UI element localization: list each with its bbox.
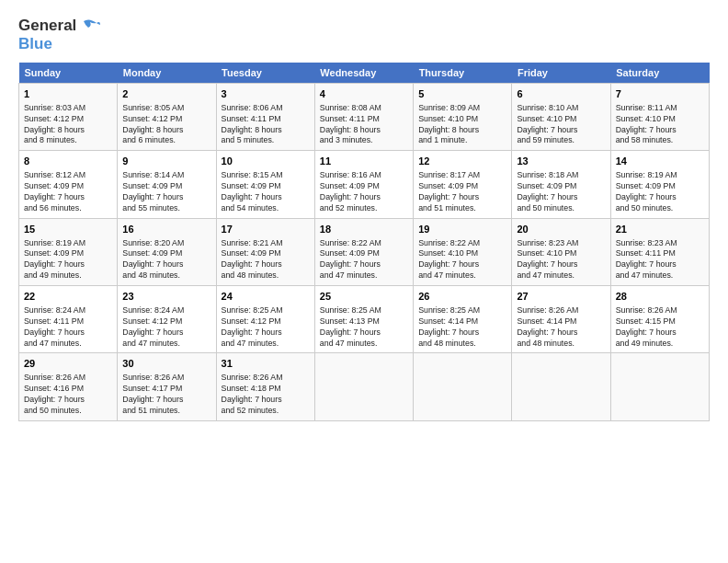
logo: General Blue — [18, 17, 100, 53]
day-number: 26 — [418, 290, 506, 304]
calendar-cell: 16Sunrise: 8:20 AM Sunset: 4:09 PM Dayli… — [118, 218, 216, 285]
day-number: 19 — [418, 223, 506, 236]
calendar-cell — [414, 353, 512, 420]
day-info: Sunrise: 8:11 AM Sunset: 4:10 PM Dayligh… — [616, 103, 704, 147]
day-number: 27 — [517, 290, 605, 304]
day-info: Sunrise: 8:24 AM Sunset: 4:11 PM Dayligh… — [24, 305, 112, 350]
day-number: 23 — [122, 290, 210, 304]
day-info: Sunrise: 8:18 AM Sunset: 4:09 PM Dayligh… — [517, 170, 605, 214]
day-info: Sunrise: 8:25 AM Sunset: 4:12 PM Dayligh… — [222, 305, 310, 350]
day-info: Sunrise: 8:24 AM Sunset: 4:12 PM Dayligh… — [122, 305, 210, 350]
day-info: Sunrise: 8:15 AM Sunset: 4:09 PM Dayligh… — [222, 170, 310, 214]
calendar-cell: 1Sunrise: 8:03 AM Sunset: 4:12 PM Daylig… — [19, 84, 118, 151]
calendar-cell: 15Sunrise: 8:19 AM Sunset: 4:09 PM Dayli… — [19, 218, 118, 285]
day-number: 16 — [122, 223, 210, 236]
day-info: Sunrise: 8:19 AM Sunset: 4:09 PM Dayligh… — [24, 238, 112, 282]
day-number: 1 — [24, 87, 112, 101]
calendar-cell: 28Sunrise: 8:26 AM Sunset: 4:15 PM Dayli… — [610, 286, 709, 353]
day-info: Sunrise: 8:26 AM Sunset: 4:18 PM Dayligh… — [222, 373, 310, 417]
day-number: 31 — [222, 357, 310, 371]
day-number: 13 — [517, 155, 605, 168]
calendar-cell: 7Sunrise: 8:11 AM Sunset: 4:10 PM Daylig… — [610, 84, 709, 151]
calendar-cell — [314, 353, 413, 420]
day-number: 30 — [122, 357, 210, 371]
day-info: Sunrise: 8:17 AM Sunset: 4:09 PM Dayligh… — [418, 170, 506, 214]
calendar-cell: 31Sunrise: 8:26 AM Sunset: 4:18 PM Dayli… — [216, 353, 314, 420]
weekday-header-sunday: Sunday — [19, 63, 118, 84]
calendar-cell: 22Sunrise: 8:24 AM Sunset: 4:11 PM Dayli… — [19, 286, 118, 353]
day-number: 14 — [616, 155, 704, 168]
day-info: Sunrise: 8:25 AM Sunset: 4:13 PM Dayligh… — [320, 305, 408, 350]
day-number: 8 — [24, 155, 112, 168]
weekday-header-saturday: Saturday — [610, 63, 709, 84]
day-number: 21 — [616, 223, 704, 236]
day-info: Sunrise: 8:22 AM Sunset: 4:09 PM Dayligh… — [320, 238, 408, 282]
calendar-week-row: 22Sunrise: 8:24 AM Sunset: 4:11 PM Dayli… — [19, 286, 710, 353]
calendar-table: SundayMondayTuesdayWednesdayThursdayFrid… — [18, 63, 710, 421]
weekday-header-friday: Friday — [512, 63, 610, 84]
day-info: Sunrise: 8:25 AM Sunset: 4:14 PM Dayligh… — [418, 305, 506, 350]
calendar-week-row: 15Sunrise: 8:19 AM Sunset: 4:09 PM Dayli… — [19, 218, 710, 285]
day-info: Sunrise: 8:21 AM Sunset: 4:09 PM Dayligh… — [222, 238, 310, 282]
day-info: Sunrise: 8:03 AM Sunset: 4:12 PM Dayligh… — [24, 103, 112, 147]
page: General Blue SundayMondayTuesdayWednesda… — [0, 0, 728, 563]
calendar-cell: 19Sunrise: 8:22 AM Sunset: 4:10 PM Dayli… — [414, 218, 512, 285]
day-number: 22 — [24, 290, 112, 304]
calendar-cell: 26Sunrise: 8:25 AM Sunset: 4:14 PM Dayli… — [414, 286, 512, 353]
day-info: Sunrise: 8:20 AM Sunset: 4:09 PM Dayligh… — [122, 238, 210, 282]
calendar-cell: 8Sunrise: 8:12 AM Sunset: 4:09 PM Daylig… — [19, 151, 118, 218]
calendar-cell: 27Sunrise: 8:26 AM Sunset: 4:14 PM Dayli… — [512, 286, 610, 353]
day-info: Sunrise: 8:26 AM Sunset: 4:16 PM Dayligh… — [24, 373, 112, 417]
calendar-cell: 9Sunrise: 8:14 AM Sunset: 4:09 PM Daylig… — [118, 151, 216, 218]
day-number: 28 — [616, 290, 704, 304]
day-number: 18 — [320, 223, 408, 236]
calendar-week-row: 1Sunrise: 8:03 AM Sunset: 4:12 PM Daylig… — [19, 84, 710, 151]
calendar-cell: 23Sunrise: 8:24 AM Sunset: 4:12 PM Dayli… — [118, 286, 216, 353]
calendar-cell: 2Sunrise: 8:05 AM Sunset: 4:12 PM Daylig… — [118, 84, 216, 151]
weekday-header-thursday: Thursday — [414, 63, 512, 84]
day-info: Sunrise: 8:22 AM Sunset: 4:10 PM Dayligh… — [418, 238, 506, 282]
day-number: 4 — [320, 87, 408, 101]
weekday-header-tuesday: Tuesday — [216, 63, 314, 84]
calendar-cell: 5Sunrise: 8:09 AM Sunset: 4:10 PM Daylig… — [414, 84, 512, 151]
day-number: 17 — [222, 223, 310, 236]
day-info: Sunrise: 8:09 AM Sunset: 4:10 PM Dayligh… — [418, 103, 506, 147]
day-number: 12 — [418, 155, 506, 168]
calendar-cell: 30Sunrise: 8:26 AM Sunset: 4:17 PM Dayli… — [118, 353, 216, 420]
day-info: Sunrise: 8:16 AM Sunset: 4:09 PM Dayligh… — [320, 170, 408, 214]
day-info: Sunrise: 8:26 AM Sunset: 4:15 PM Dayligh… — [616, 305, 704, 350]
weekday-header-row: SundayMondayTuesdayWednesdayThursdayFrid… — [19, 63, 710, 84]
calendar-cell: 3Sunrise: 8:06 AM Sunset: 4:11 PM Daylig… — [216, 84, 314, 151]
day-number: 25 — [320, 290, 408, 304]
day-info: Sunrise: 8:08 AM Sunset: 4:11 PM Dayligh… — [320, 103, 408, 147]
day-number: 29 — [24, 357, 112, 371]
day-info: Sunrise: 8:26 AM Sunset: 4:14 PM Dayligh… — [517, 305, 605, 350]
calendar-cell: 11Sunrise: 8:16 AM Sunset: 4:09 PM Dayli… — [314, 151, 413, 218]
day-number: 2 — [122, 87, 210, 101]
day-info: Sunrise: 8:26 AM Sunset: 4:17 PM Dayligh… — [122, 373, 210, 417]
calendar-cell: 6Sunrise: 8:10 AM Sunset: 4:10 PM Daylig… — [512, 84, 610, 151]
day-number: 3 — [222, 87, 310, 101]
day-number: 7 — [616, 87, 704, 101]
day-info: Sunrise: 8:10 AM Sunset: 4:10 PM Dayligh… — [517, 103, 605, 147]
weekday-header-wednesday: Wednesday — [314, 63, 413, 84]
calendar-cell: 21Sunrise: 8:23 AM Sunset: 4:11 PM Dayli… — [610, 218, 709, 285]
day-number: 15 — [24, 223, 112, 236]
day-info: Sunrise: 8:06 AM Sunset: 4:11 PM Dayligh… — [222, 103, 310, 147]
day-info: Sunrise: 8:23 AM Sunset: 4:11 PM Dayligh… — [616, 238, 704, 282]
calendar-header: SundayMondayTuesdayWednesdayThursdayFrid… — [19, 63, 710, 84]
day-number: 6 — [517, 87, 605, 101]
calendar-week-row: 8Sunrise: 8:12 AM Sunset: 4:09 PM Daylig… — [19, 151, 710, 218]
calendar-cell: 24Sunrise: 8:25 AM Sunset: 4:12 PM Dayli… — [216, 286, 314, 353]
calendar-cell: 25Sunrise: 8:25 AM Sunset: 4:13 PM Dayli… — [314, 286, 413, 353]
day-info: Sunrise: 8:05 AM Sunset: 4:12 PM Dayligh… — [122, 103, 210, 147]
calendar-cell — [512, 353, 610, 420]
day-info: Sunrise: 8:12 AM Sunset: 4:09 PM Dayligh… — [24, 170, 112, 214]
calendar-cell: 29Sunrise: 8:26 AM Sunset: 4:16 PM Dayli… — [19, 353, 118, 420]
calendar-cell: 10Sunrise: 8:15 AM Sunset: 4:09 PM Dayli… — [216, 151, 314, 218]
day-info: Sunrise: 8:14 AM Sunset: 4:09 PM Dayligh… — [122, 170, 210, 214]
logo-bird-icon — [80, 17, 100, 34]
calendar-cell: 4Sunrise: 8:08 AM Sunset: 4:11 PM Daylig… — [314, 84, 413, 151]
logo-blue: Blue — [18, 35, 52, 52]
header: General Blue — [18, 17, 710, 53]
